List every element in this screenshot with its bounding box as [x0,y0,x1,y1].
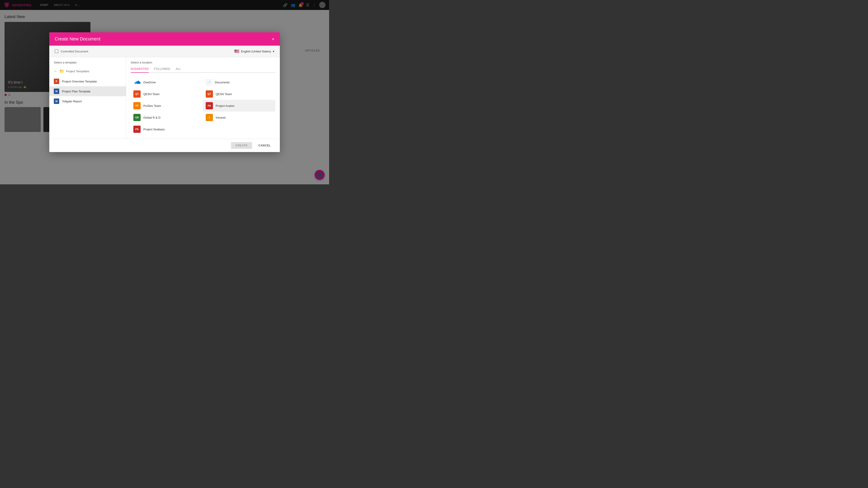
controlled-doc-section: Controlled Document [55,50,88,53]
project-avalon-avatar: PA [206,102,213,109]
modal-subheader: Controlled Document 🇺🇸 English (United S… [49,46,280,57]
location-label-global-rd: Global R & D [143,116,160,119]
template-folder-back[interactable]: ← 📁 Project Templates [49,67,126,76]
location-item-project-avalon[interactable]: PA Project Avalon [203,100,275,111]
tab-all[interactable]: ALL [176,67,181,72]
ppt-icon: P [54,78,59,84]
word-icon-tollgate: W [54,98,59,104]
modal-overlay[interactable]: Create New Document × Controlled Documen… [0,0,329,184]
qesh1-avatar: QT [133,90,141,98]
select-template-label: Select a template [49,61,126,67]
location-label-onedrive: OneDrive [143,80,156,84]
tab-suggested[interactable]: SUGGESTED [131,67,149,73]
template-item-tollgate[interactable]: W Tollgate Report [49,96,126,106]
cancel-button[interactable]: CANCEL [254,142,275,149]
template-panel: Select a template ← 📁 Project Templates … [49,57,126,139]
location-label-project-seabass: Project Seabass [143,128,165,131]
folder-label: Project Templates [66,70,89,73]
qesh2-avatar: QT [206,90,213,98]
location-label-qesh2: QESH Team [216,92,232,96]
flag-icon: 🇺🇸 [234,49,239,54]
template-item-project-plan[interactable]: W Project Plan Template [49,86,126,96]
word-icon-project-plan: W [54,89,59,94]
language-selector[interactable]: 🇺🇸 English (United States) ▾ [234,49,274,54]
onedrive-icon [133,78,141,86]
intranet-avatar: I [206,114,213,121]
select-location-label: Select a location [131,61,275,64]
location-label-project-avalon: Project Avalon [216,104,235,107]
template-label-project-plan: Project Plan Template [62,90,90,93]
folder-icon: 📁 [59,69,64,74]
documents-folder-icon: 📄 [206,79,212,86]
controlled-doc-checkbox[interactable] [55,50,58,53]
tab-followed[interactable]: FOLLOWED [154,67,170,72]
controlled-doc-label: Controlled Document [61,50,88,53]
location-item-project-seabass[interactable]: PS Project Seabass [131,123,203,135]
location-label-prodev: ProDev Team [143,104,161,107]
create-button[interactable]: CREATE [231,142,252,149]
location-item-onedrive[interactable]: OneDrive [131,76,203,88]
modal-title: Create New Document [55,36,100,41]
template-item-project-overview[interactable]: P Project Overview Template [49,76,126,86]
location-item-qesh2[interactable]: QT QESH Team [203,88,275,100]
modal-footer: CREATE CANCEL [49,139,280,152]
location-item-qesh1[interactable]: QT QESH Team [131,88,203,100]
modal-close-button[interactable]: × [272,37,274,41]
location-label-qesh1: QESH Team [143,92,160,96]
template-label-tollgate: Tollgate Report [62,100,82,103]
prodev-avatar: PT [133,102,141,109]
back-arrow-icon: ← [54,69,57,73]
location-tabs: SUGGESTED FOLLOWED ALL [131,67,275,73]
location-panel: Select a location SUGGESTED FOLLOWED ALL [126,57,280,139]
modal-body: Select a template ← 📁 Project Templates … [49,57,280,139]
location-label-documents: Documents [215,80,230,84]
location-item-global-rd[interactable]: GR Global R & D [131,111,203,123]
language-label: English (United States) [241,50,271,53]
location-label-intranet: Intranet [216,116,225,119]
modal-header: Create New Document × [49,32,280,46]
global-rd-avatar: GR [133,114,141,121]
location-item-intranet[interactable]: I Intranet [203,111,275,123]
create-document-modal: Create New Document × Controlled Documen… [49,32,280,152]
template-label-project-overview: Project Overview Template [62,80,97,83]
project-seabass-avatar: PS [133,126,141,133]
location-item-prodev[interactable]: PT ProDev Team [131,100,203,111]
location-grid: OneDrive 📄 Documents QT QESH Team [131,76,275,135]
chevron-down-icon: ▾ [273,50,274,53]
location-item-documents[interactable]: 📄 Documents [203,76,275,88]
